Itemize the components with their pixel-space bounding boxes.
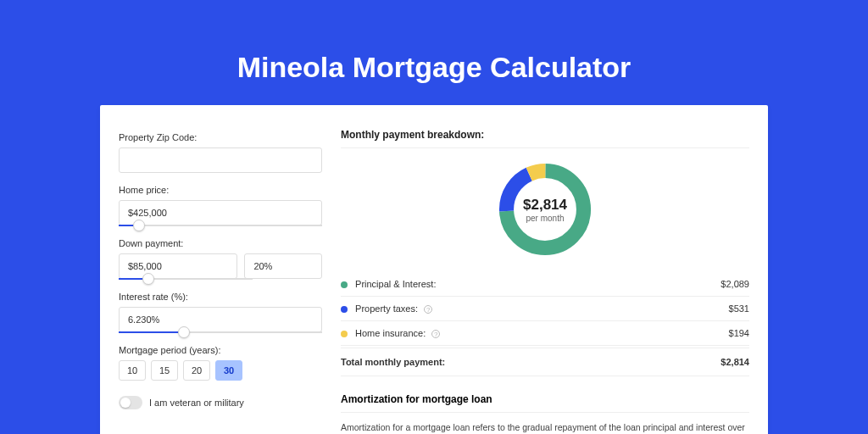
- donut-chart: $2,814 per month: [494, 159, 596, 260]
- home-price-input[interactable]: [119, 200, 322, 225]
- home-price-slider[interactable]: [119, 225, 322, 226]
- breakdown-item-label: Principal & Interest:: [355, 279, 436, 289]
- period-label: Mortgage period (years):: [119, 345, 322, 355]
- donut-chart-wrap: $2,814 per month: [341, 159, 749, 260]
- breakdown-row-taxes: Property taxes: ? $531: [341, 297, 749, 321]
- down-payment-slider[interactable]: [119, 278, 253, 280]
- period-options: 10 15 20 30: [119, 360, 322, 381]
- breakdown-item-value: $2,089: [721, 279, 749, 289]
- period-field: Mortgage period (years): 10 15 20 30: [119, 345, 322, 381]
- breakdown-item-value: $531: [729, 303, 749, 314]
- legend-dot-icon: [341, 331, 348, 337]
- donut-center-label: per month: [526, 214, 564, 223]
- legend-dot-icon: [341, 306, 348, 313]
- breakdown-total-row: Total monthly payment: $2,814: [341, 348, 749, 376]
- donut-center: $2,814 per month: [494, 159, 596, 260]
- veteran-row: I am veteran or military: [119, 396, 322, 409]
- interest-field: Interest rate (%):: [119, 292, 322, 333]
- calculator-card: Property Zip Code: Home price: Down paym…: [100, 105, 768, 434]
- breakdown-item-label: Property taxes:: [355, 303, 418, 314]
- period-15-button[interactable]: 15: [151, 360, 178, 381]
- interest-input[interactable]: [119, 307, 322, 332]
- period-20-button[interactable]: 20: [183, 360, 210, 381]
- zip-field: Property Zip Code:: [119, 132, 322, 173]
- page-title: Mineola Mortgage Calculator: [0, 0, 868, 105]
- legend-dot-icon: [341, 281, 348, 288]
- breakdown-row-insurance: Home insurance: ? $194: [341, 321, 749, 346]
- inputs-column: Property Zip Code: Home price: Down paym…: [119, 129, 322, 434]
- period-10-button[interactable]: 10: [119, 360, 146, 381]
- slider-thumb[interactable]: [142, 273, 154, 285]
- home-price-field: Home price:: [119, 185, 322, 226]
- breakdown-item-label: Home insurance:: [355, 328, 426, 338]
- interest-label: Interest rate (%):: [119, 292, 322, 302]
- breakdown-total-label: Total monthly payment:: [341, 357, 445, 367]
- donut-center-value: $2,814: [523, 197, 567, 214]
- down-payment-percent-input[interactable]: [244, 253, 322, 279]
- info-icon[interactable]: ?: [424, 305, 432, 314]
- slider-thumb[interactable]: [178, 326, 190, 338]
- slider-thumb[interactable]: [133, 220, 145, 231]
- home-price-label: Home price:: [119, 185, 322, 195]
- amortization-text: Amortization for a mortgage loan refers …: [341, 421, 749, 434]
- veteran-label: I am veteran or military: [149, 398, 244, 408]
- breakdown-title: Monthly payment breakdown:: [341, 129, 749, 148]
- breakdown-total-value: $2,814: [721, 357, 749, 367]
- veteran-toggle[interactable]: [119, 396, 142, 409]
- amortization-title: Amortization for mortgage loan: [341, 393, 749, 413]
- breakdown-row-principal: Principal & Interest: $2,089: [341, 272, 749, 297]
- info-icon[interactable]: ?: [431, 330, 440, 338]
- down-payment-amount-input[interactable]: [119, 253, 237, 279]
- zip-label: Property Zip Code:: [119, 132, 322, 142]
- breakdown-item-value: $194: [729, 328, 749, 338]
- interest-slider[interactable]: [119, 331, 322, 333]
- down-payment-field: Down payment:: [119, 238, 322, 280]
- period-30-button[interactable]: 30: [215, 360, 242, 381]
- down-payment-label: Down payment:: [119, 238, 322, 248]
- zip-input[interactable]: [119, 147, 322, 173]
- breakdown-column: Monthly payment breakdown: $2,814 per mo…: [341, 129, 749, 434]
